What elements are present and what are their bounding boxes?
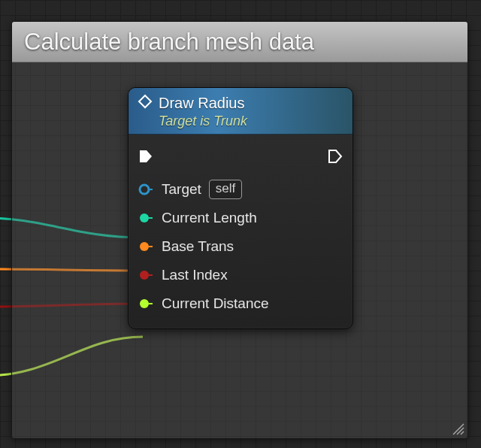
svg-line-1 xyxy=(457,428,464,434)
pin-row-lastindex: Last Index xyxy=(138,261,343,289)
svg-point-6 xyxy=(140,271,149,280)
pin-label-lastindex: Last Index xyxy=(162,267,228,283)
comment-title: Calculate branch mesh data xyxy=(24,29,314,56)
pin-label-currentlength: Current Length xyxy=(162,210,257,226)
comment-header[interactable]: Calculate branch mesh data xyxy=(12,22,467,62)
lastindex-pin[interactable] xyxy=(138,267,154,283)
node-title: Draw Radius xyxy=(159,95,244,112)
svg-point-7 xyxy=(140,299,149,308)
svg-line-2 xyxy=(461,431,464,434)
pin-label-currentdistance: Current Distance xyxy=(162,295,269,312)
basetrans-pin[interactable] xyxy=(138,238,154,255)
pin-row-currentlength: Current Length xyxy=(138,204,343,232)
node-subtitle: Target is Trunk xyxy=(159,114,343,129)
svg-point-5 xyxy=(140,242,149,251)
svg-point-4 xyxy=(140,213,149,222)
pin-row-currentdistance: Current Distance xyxy=(138,289,343,318)
function-icon xyxy=(138,94,153,112)
pin-label-basetrans: Base Trans xyxy=(162,238,234,255)
blueprint-node-draw-radius[interactable]: Draw Radius Target is Trunk xyxy=(128,87,353,329)
exec-in-pin[interactable] xyxy=(138,148,154,165)
pin-row-target: Target self xyxy=(138,175,343,204)
pin-label-target: Target xyxy=(162,181,201,198)
currentlength-pin[interactable] xyxy=(138,210,154,226)
svg-point-3 xyxy=(140,185,149,194)
node-header[interactable]: Draw Radius Target is Trunk xyxy=(129,88,352,135)
target-pin[interactable] xyxy=(138,181,154,198)
target-self-pill[interactable]: self xyxy=(209,180,242,199)
exec-out-pin[interactable] xyxy=(327,148,343,165)
node-body: Target self Current Length Base Trans xyxy=(129,135,352,328)
resize-grip[interactable] xyxy=(451,422,464,435)
pin-row-basetrans: Base Trans xyxy=(138,232,343,261)
currentdistance-pin[interactable] xyxy=(138,295,154,312)
